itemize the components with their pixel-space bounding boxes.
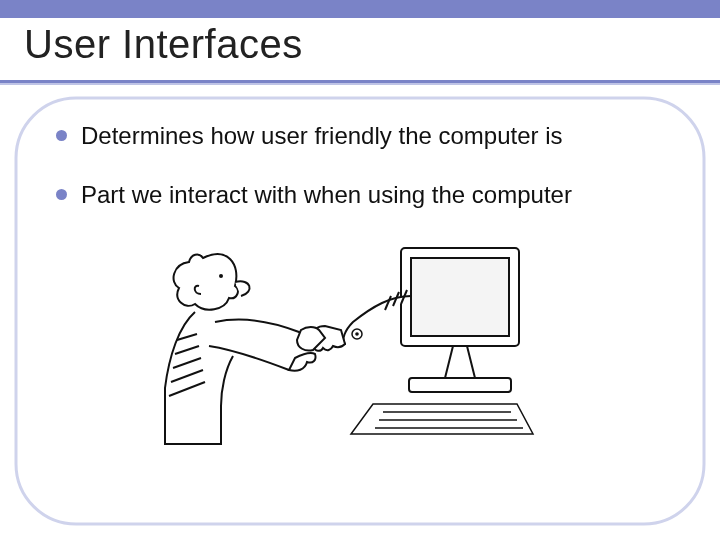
svg-rect-2 (409, 378, 511, 392)
list-item: Determines how user friendly the compute… (56, 120, 676, 151)
bullet-text: Part we interact with when using the com… (81, 179, 572, 210)
bullet-icon (56, 189, 67, 200)
slide-title: User Interfaces (24, 22, 303, 67)
list-item: Part we interact with when using the com… (56, 179, 676, 210)
handshake-computer-illustration (155, 230, 535, 450)
svg-point-10 (355, 332, 359, 336)
title-underline-bottom (0, 83, 720, 85)
svg-rect-1 (411, 258, 509, 336)
bullet-list: Determines how user friendly the compute… (56, 120, 676, 238)
svg-point-11 (219, 274, 223, 278)
header-band (0, 0, 720, 18)
bullet-text: Determines how user friendly the compute… (81, 120, 563, 151)
slide: User Interfaces Determines how user frie… (0, 0, 720, 540)
bullet-icon (56, 130, 67, 141)
